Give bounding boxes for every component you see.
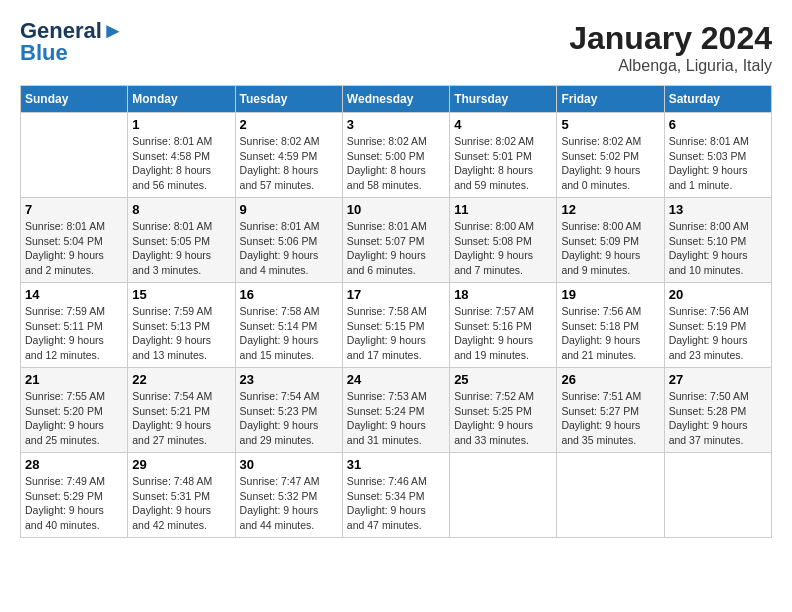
day-info: Sunrise: 7:53 AM Sunset: 5:24 PM Dayligh… [347, 389, 445, 448]
day-cell: 1Sunrise: 8:01 AM Sunset: 4:58 PM Daylig… [128, 113, 235, 198]
week-row-5: 28Sunrise: 7:49 AM Sunset: 5:29 PM Dayli… [21, 453, 772, 538]
column-header-monday: Monday [128, 86, 235, 113]
day-number: 25 [454, 372, 552, 387]
day-info: Sunrise: 7:52 AM Sunset: 5:25 PM Dayligh… [454, 389, 552, 448]
column-header-wednesday: Wednesday [342, 86, 449, 113]
column-header-sunday: Sunday [21, 86, 128, 113]
day-info: Sunrise: 7:47 AM Sunset: 5:32 PM Dayligh… [240, 474, 338, 533]
day-cell [21, 113, 128, 198]
day-cell: 12Sunrise: 8:00 AM Sunset: 5:09 PM Dayli… [557, 198, 664, 283]
location-subtitle: Albenga, Liguria, Italy [569, 57, 772, 75]
day-cell: 26Sunrise: 7:51 AM Sunset: 5:27 PM Dayli… [557, 368, 664, 453]
day-cell: 7Sunrise: 8:01 AM Sunset: 5:04 PM Daylig… [21, 198, 128, 283]
day-number: 23 [240, 372, 338, 387]
day-cell: 19Sunrise: 7:56 AM Sunset: 5:18 PM Dayli… [557, 283, 664, 368]
day-number: 28 [25, 457, 123, 472]
day-number: 20 [669, 287, 767, 302]
day-info: Sunrise: 7:54 AM Sunset: 5:21 PM Dayligh… [132, 389, 230, 448]
day-info: Sunrise: 7:58 AM Sunset: 5:15 PM Dayligh… [347, 304, 445, 363]
day-cell: 24Sunrise: 7:53 AM Sunset: 5:24 PM Dayli… [342, 368, 449, 453]
day-info: Sunrise: 7:46 AM Sunset: 5:34 PM Dayligh… [347, 474, 445, 533]
logo: General► Blue [20, 20, 124, 66]
day-number: 15 [132, 287, 230, 302]
column-header-tuesday: Tuesday [235, 86, 342, 113]
day-cell: 16Sunrise: 7:58 AM Sunset: 5:14 PM Dayli… [235, 283, 342, 368]
week-row-2: 7Sunrise: 8:01 AM Sunset: 5:04 PM Daylig… [21, 198, 772, 283]
day-number: 11 [454, 202, 552, 217]
logo-text: General► [20, 20, 124, 42]
day-info: Sunrise: 7:49 AM Sunset: 5:29 PM Dayligh… [25, 474, 123, 533]
day-info: Sunrise: 8:01 AM Sunset: 5:06 PM Dayligh… [240, 219, 338, 278]
day-cell: 29Sunrise: 7:48 AM Sunset: 5:31 PM Dayli… [128, 453, 235, 538]
week-row-1: 1Sunrise: 8:01 AM Sunset: 4:58 PM Daylig… [21, 113, 772, 198]
day-cell: 31Sunrise: 7:46 AM Sunset: 5:34 PM Dayli… [342, 453, 449, 538]
day-cell: 15Sunrise: 7:59 AM Sunset: 5:13 PM Dayli… [128, 283, 235, 368]
day-number: 14 [25, 287, 123, 302]
day-cell: 22Sunrise: 7:54 AM Sunset: 5:21 PM Dayli… [128, 368, 235, 453]
day-number: 16 [240, 287, 338, 302]
day-cell: 5Sunrise: 8:02 AM Sunset: 5:02 PM Daylig… [557, 113, 664, 198]
day-number: 30 [240, 457, 338, 472]
day-info: Sunrise: 7:48 AM Sunset: 5:31 PM Dayligh… [132, 474, 230, 533]
month-year-title: January 2024 [569, 20, 772, 57]
day-number: 5 [561, 117, 659, 132]
title-block: January 2024 Albenga, Liguria, Italy [569, 20, 772, 75]
day-number: 31 [347, 457, 445, 472]
day-cell: 23Sunrise: 7:54 AM Sunset: 5:23 PM Dayli… [235, 368, 342, 453]
day-info: Sunrise: 7:56 AM Sunset: 5:18 PM Dayligh… [561, 304, 659, 363]
day-cell: 20Sunrise: 7:56 AM Sunset: 5:19 PM Dayli… [664, 283, 771, 368]
day-info: Sunrise: 7:57 AM Sunset: 5:16 PM Dayligh… [454, 304, 552, 363]
column-header-saturday: Saturday [664, 86, 771, 113]
day-info: Sunrise: 8:01 AM Sunset: 5:03 PM Dayligh… [669, 134, 767, 193]
day-info: Sunrise: 7:59 AM Sunset: 5:11 PM Dayligh… [25, 304, 123, 363]
day-cell: 9Sunrise: 8:01 AM Sunset: 5:06 PM Daylig… [235, 198, 342, 283]
day-cell: 4Sunrise: 8:02 AM Sunset: 5:01 PM Daylig… [450, 113, 557, 198]
day-number: 6 [669, 117, 767, 132]
day-info: Sunrise: 8:02 AM Sunset: 5:00 PM Dayligh… [347, 134, 445, 193]
day-info: Sunrise: 8:01 AM Sunset: 5:05 PM Dayligh… [132, 219, 230, 278]
day-number: 1 [132, 117, 230, 132]
day-info: Sunrise: 8:02 AM Sunset: 5:02 PM Dayligh… [561, 134, 659, 193]
logo-blue: Blue [20, 40, 68, 66]
day-info: Sunrise: 8:02 AM Sunset: 4:59 PM Dayligh… [240, 134, 338, 193]
day-cell [557, 453, 664, 538]
day-cell: 13Sunrise: 8:00 AM Sunset: 5:10 PM Dayli… [664, 198, 771, 283]
day-cell: 14Sunrise: 7:59 AM Sunset: 5:11 PM Dayli… [21, 283, 128, 368]
day-cell: 10Sunrise: 8:01 AM Sunset: 5:07 PM Dayli… [342, 198, 449, 283]
day-number: 24 [347, 372, 445, 387]
day-info: Sunrise: 7:54 AM Sunset: 5:23 PM Dayligh… [240, 389, 338, 448]
day-cell [450, 453, 557, 538]
day-number: 7 [25, 202, 123, 217]
day-cell: 2Sunrise: 8:02 AM Sunset: 4:59 PM Daylig… [235, 113, 342, 198]
day-info: Sunrise: 7:55 AM Sunset: 5:20 PM Dayligh… [25, 389, 123, 448]
column-header-friday: Friday [557, 86, 664, 113]
day-number: 21 [25, 372, 123, 387]
day-cell: 8Sunrise: 8:01 AM Sunset: 5:05 PM Daylig… [128, 198, 235, 283]
day-number: 13 [669, 202, 767, 217]
day-number: 26 [561, 372, 659, 387]
day-info: Sunrise: 7:50 AM Sunset: 5:28 PM Dayligh… [669, 389, 767, 448]
day-cell: 25Sunrise: 7:52 AM Sunset: 5:25 PM Dayli… [450, 368, 557, 453]
calendar-table: SundayMondayTuesdayWednesdayThursdayFrid… [20, 85, 772, 538]
day-info: Sunrise: 8:01 AM Sunset: 4:58 PM Dayligh… [132, 134, 230, 193]
day-info: Sunrise: 8:00 AM Sunset: 5:10 PM Dayligh… [669, 219, 767, 278]
day-info: Sunrise: 7:56 AM Sunset: 5:19 PM Dayligh… [669, 304, 767, 363]
day-cell: 11Sunrise: 8:00 AM Sunset: 5:08 PM Dayli… [450, 198, 557, 283]
day-info: Sunrise: 8:01 AM Sunset: 5:04 PM Dayligh… [25, 219, 123, 278]
day-cell: 18Sunrise: 7:57 AM Sunset: 5:16 PM Dayli… [450, 283, 557, 368]
day-info: Sunrise: 8:02 AM Sunset: 5:01 PM Dayligh… [454, 134, 552, 193]
day-number: 4 [454, 117, 552, 132]
day-info: Sunrise: 7:51 AM Sunset: 5:27 PM Dayligh… [561, 389, 659, 448]
column-header-thursday: Thursday [450, 86, 557, 113]
calendar-header-row: SundayMondayTuesdayWednesdayThursdayFrid… [21, 86, 772, 113]
day-number: 18 [454, 287, 552, 302]
day-info: Sunrise: 7:59 AM Sunset: 5:13 PM Dayligh… [132, 304, 230, 363]
day-cell: 6Sunrise: 8:01 AM Sunset: 5:03 PM Daylig… [664, 113, 771, 198]
day-cell: 30Sunrise: 7:47 AM Sunset: 5:32 PM Dayli… [235, 453, 342, 538]
day-number: 19 [561, 287, 659, 302]
day-number: 10 [347, 202, 445, 217]
day-number: 27 [669, 372, 767, 387]
day-cell [664, 453, 771, 538]
day-info: Sunrise: 7:58 AM Sunset: 5:14 PM Dayligh… [240, 304, 338, 363]
day-number: 8 [132, 202, 230, 217]
